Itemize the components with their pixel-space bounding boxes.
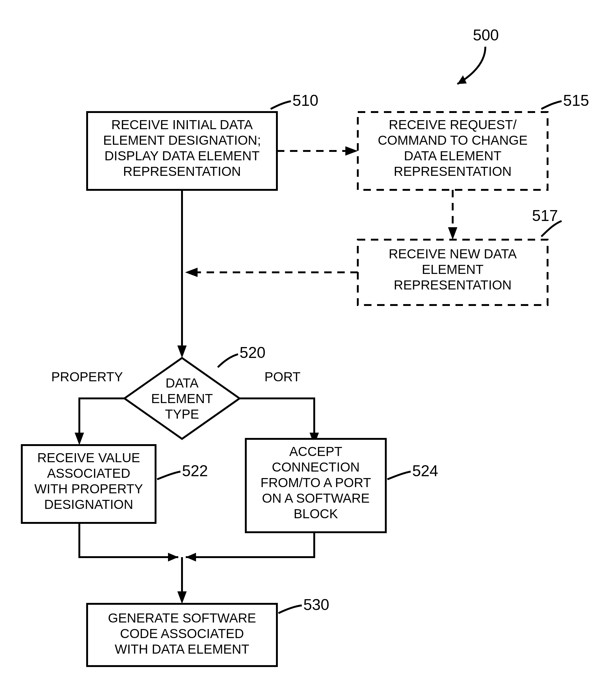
box-530: GENERATE SOFTWARE CODE ASSOCIATED WITH D…: [87, 604, 277, 666]
arrow-520-to-524: [239, 398, 314, 434]
svg-text:GENERATE SOFTWARE: GENERATE SOFTWARE: [108, 611, 256, 625]
svg-text:REPRESENTATION: REPRESENTATION: [394, 277, 512, 292]
svg-text:REPRESENTATION: REPRESENTATION: [394, 164, 512, 179]
arrow-520-to-522: [79, 398, 124, 434]
svg-text:CODE ASSOCIATED: CODE ASSOCIATED: [120, 626, 244, 641]
svg-text:DISPLAY DATA ELEMENT: DISPLAY DATA ELEMENT: [105, 148, 260, 163]
svg-text:DESIGNATION: DESIGNATION: [44, 497, 133, 512]
ref-515: 515: [563, 92, 589, 109]
ref-522-leader: [157, 472, 181, 479]
arrow-517-to-main-head: [185, 268, 197, 277]
figure-ref: 500: [473, 26, 499, 44]
box-510: RECEIVE INITIAL DATA ELEMENT DESIGNATION…: [87, 112, 277, 190]
svg-text:REPRESENTATION: REPRESENTATION: [123, 164, 241, 179]
arrow-522-down-head: [168, 553, 178, 561]
svg-text:COMMAND TO CHANGE: COMMAND TO CHANGE: [378, 133, 527, 147]
svg-text:TYPE: TYPE: [165, 407, 199, 421]
svg-text:ELEMENT: ELEMENT: [422, 262, 483, 277]
ref-524-leader: [388, 472, 411, 479]
branch-port: PORT: [265, 369, 300, 384]
ref-510-leader: [271, 101, 291, 109]
ref-530-leader: [278, 605, 302, 613]
svg-text:WITH PROPERTY: WITH PROPERTY: [34, 481, 143, 496]
arrow-524-down-head: [186, 553, 196, 561]
box-517: RECEIVE NEW DATA ELEMENT REPRESENTATION: [358, 240, 548, 305]
svg-text:FROM/TO A PORT: FROM/TO A PORT: [260, 475, 371, 490]
arrow-524-down: [186, 532, 314, 557]
ref-510: 510: [292, 92, 318, 109]
box-522: RECEIVE VALUE ASSOCIATED WITH PROPERTY D…: [22, 445, 155, 523]
arrow-515-to-517-head: [448, 227, 457, 240]
arrow-merge-to-530-head: [177, 591, 187, 604]
svg-text:RECEIVE NEW DATA: RECEIVE NEW DATA: [389, 247, 517, 261]
ref-524: 524: [412, 462, 438, 480]
flowchart-svg: 500 RECEIVE INITIAL DATA ELEMENT DESIGNA…: [0, 0, 607, 700]
ref-515-leader: [541, 101, 562, 109]
arrow-510-to-515-head: [346, 146, 358, 156]
svg-text:DATA ELEMENT: DATA ELEMENT: [404, 148, 502, 163]
svg-text:DATA: DATA: [166, 376, 198, 390]
ref-520: 520: [239, 344, 265, 362]
ref-522: 522: [182, 462, 208, 480]
arrow-510-to-520-head: [177, 346, 187, 358]
svg-text:ELEMENT: ELEMENT: [151, 391, 213, 406]
ref-517: 517: [532, 207, 558, 224]
decision-520: DATA ELEMENT TYPE: [124, 358, 239, 439]
box-515: RECEIVE REQUEST/ COMMAND TO CHANGE DATA …: [358, 112, 548, 190]
branch-property: PROPERTY: [51, 369, 123, 384]
svg-text:WITH DATA ELEMENT: WITH DATA ELEMENT: [115, 642, 249, 656]
svg-text:RECEIVE INITIAL DATA: RECEIVE INITIAL DATA: [111, 117, 253, 132]
svg-text:CONNECTION: CONNECTION: [272, 460, 360, 474]
svg-text:ON A SOFTWARE: ON A SOFTWARE: [262, 491, 370, 506]
svg-text:ASSOCIATED: ASSOCIATED: [47, 466, 130, 480]
svg-text:RECEIVE VALUE: RECEIVE VALUE: [37, 450, 140, 465]
ref-520-leader: [218, 354, 238, 367]
svg-text:RECEIVE REQUEST/: RECEIVE REQUEST/: [389, 117, 517, 132]
ref-530: 530: [304, 596, 329, 614]
svg-text:ACCEPT: ACCEPT: [289, 444, 342, 459]
svg-text:ELEMENT DESIGNATION;: ELEMENT DESIGNATION;: [103, 133, 261, 147]
arrow-522-down: [79, 523, 178, 557]
svg-text:BLOCK: BLOCK: [294, 507, 338, 521]
box-524: ACCEPT CONNECTION FROM/TO A PORT ON A SO…: [246, 439, 386, 532]
arrow-520-to-522-head: [75, 433, 84, 445]
